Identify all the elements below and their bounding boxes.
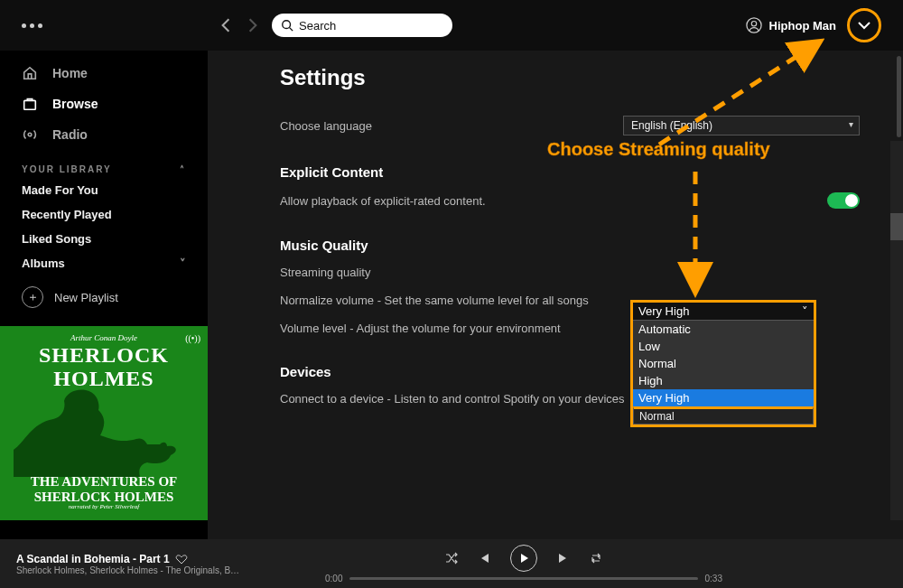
streaming-option-high[interactable]: High: [633, 372, 814, 389]
library-section-title: YOUR LIBRARY ˄: [0, 150, 208, 178]
annotation-arrow-2: [677, 167, 713, 303]
library-item-recently-played[interactable]: Recently Played: [0, 202, 208, 227]
svg-point-2: [751, 22, 756, 26]
nav-home[interactable]: Home: [0, 58, 208, 89]
svg-point-4: [28, 133, 32, 136]
normalize-select[interactable]: Normal: [633, 406, 814, 425]
scrollbar-thumb[interactable]: [890, 213, 903, 240]
window-menu[interactable]: [22, 23, 42, 28]
scrollbar-track: [890, 141, 903, 520]
sidebar: Home Browse Radio YOUR LIBRARY ˄ Made Fo…: [0, 51, 208, 539]
chevron-down-icon: [857, 18, 871, 33]
streaming-selected: Very High: [638, 304, 689, 318]
volume-level-label: Volume level - Adjust the volume for you…: [280, 322, 561, 335]
play-button[interactable]: [510, 545, 537, 572]
chevron-up-icon[interactable]: ˄: [180, 164, 186, 174]
normalize-label: Normalize volume - Set the same volume l…: [280, 294, 589, 307]
time-current: 0:00: [325, 574, 342, 583]
search-icon: [281, 19, 293, 32]
annotation-arrow-1: [632, 36, 840, 154]
time-total: 0:33: [705, 574, 722, 583]
user-menu[interactable]: Hiphop Man: [746, 17, 836, 33]
user-icon: [746, 17, 762, 33]
shuffle-button[interactable]: [445, 552, 458, 565]
new-playlist-button[interactable]: ＋ New Playlist: [0, 275, 208, 319]
svg-rect-3: [24, 100, 36, 109]
explicit-header: Explicit Content: [280, 164, 860, 180]
streaming-quality-select[interactable]: Very High˅ Automatic Low Normal High Ver…: [630, 300, 816, 427]
plus-icon: ＋: [22, 286, 43, 308]
devices-label: Connect to a device - Listen to and cont…: [280, 392, 625, 406]
nav-forward-button[interactable]: [245, 17, 261, 33]
track-title[interactable]: A Scandal in Bohemia - Part 1: [16, 553, 170, 565]
broadcast-icon: ((•)): [185, 333, 200, 343]
prev-button[interactable]: [478, 552, 490, 565]
svg-point-0: [283, 21, 291, 29]
cover-title-a: SHERLOCK: [5, 344, 202, 366]
streaming-option-automatic[interactable]: Automatic: [633, 321, 814, 338]
cover-silhouette: [0, 387, 208, 477]
search-placeholder: Search: [299, 19, 336, 33]
outer-scrollbar[interactable]: [897, 56, 901, 137]
streaming-option-very-high[interactable]: Very High: [633, 389, 814, 406]
explicit-toggle[interactable]: [827, 192, 860, 209]
nav-label: Home: [52, 66, 88, 80]
library-item-made-for-you[interactable]: Made For You: [0, 178, 208, 202]
repeat-button[interactable]: [590, 552, 602, 565]
streaming-option-low[interactable]: Low: [633, 338, 814, 355]
svg-line-5: [659, 43, 817, 145]
cover-subtitle: THE ADVENTURES OF SHERLOCK HOLMES narrat…: [0, 474, 208, 511]
radio-icon: [22, 126, 38, 143]
progress-bar[interactable]: [349, 577, 697, 580]
nav-label: Radio: [52, 127, 88, 142]
nav-label: Browse: [52, 97, 98, 111]
nav-radio[interactable]: Radio: [0, 119, 208, 150]
chevron-down-icon: ˅: [802, 304, 808, 318]
account-dropdown-button[interactable]: [847, 8, 881, 42]
next-button[interactable]: [557, 552, 570, 565]
music-quality-header: Music Quality: [280, 238, 860, 253]
nav-browse[interactable]: Browse: [0, 89, 208, 119]
nav-back-button[interactable]: [218, 17, 234, 33]
chevron-down-icon: ˅: [180, 257, 186, 270]
heart-icon[interactable]: [175, 553, 188, 565]
home-icon: [22, 65, 38, 81]
cover-author: Arthur Conan Doyle: [5, 333, 202, 342]
language-label: Choose language: [280, 119, 372, 133]
browse-icon: [22, 96, 38, 112]
track-artist[interactable]: Sherlock Holmes, Sherlock Holmes - The O…: [16, 565, 251, 575]
library-item-albums[interactable]: Albums˅: [0, 251, 208, 275]
streaming-quality-label: Streaming quality: [280, 266, 370, 279]
explicit-label: Allow playback of explicit-rated content…: [280, 194, 486, 208]
now-playing-cover[interactable]: Arthur Conan Doyle SHERLOCK HOLMES ((•))…: [0, 326, 208, 520]
player-bar: A Scandal in Bohemia - Part 1 Sherlock H…: [0, 539, 903, 588]
streaming-option-normal[interactable]: Normal: [633, 355, 814, 372]
user-name: Hiphop Man: [769, 19, 836, 33]
search-input[interactable]: Search: [272, 14, 452, 37]
library-item-liked-songs[interactable]: Liked Songs: [0, 227, 208, 251]
